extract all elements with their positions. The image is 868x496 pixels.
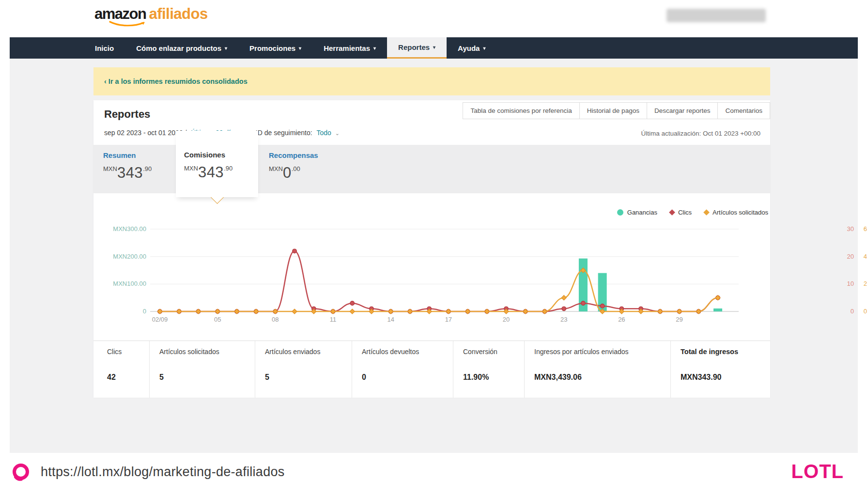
stat-value: MXN3,439.06 xyxy=(534,373,666,382)
nav-item-label: Promociones xyxy=(249,44,295,52)
last-update-text: Última actualización: Oct 01 2023 +00:00 xyxy=(641,130,760,137)
comisiones-amount: MXN343.90 xyxy=(184,164,232,181)
page: amazon afiliados InicioCómo enlazar prod… xyxy=(0,0,868,496)
stat-value: 11.90% xyxy=(463,373,519,382)
stat-label: Conversión xyxy=(463,348,519,356)
nav-item-inicio[interactable]: Inicio xyxy=(84,37,125,59)
recompensas-amount: MXN0.00 xyxy=(269,164,318,182)
action-descargar-reportes[interactable]: Descargar reportes xyxy=(647,102,718,119)
summary-strip: Resumen MXN343.90 Comisiones MXN343.90 R… xyxy=(93,145,770,193)
stat-col-ingresos-por-art-culos-enviados: Ingresos por artículos enviadosMXN3,439.… xyxy=(525,341,671,398)
stat-label: Artículos devueltos xyxy=(362,348,448,356)
logo-amazon-text: amazon xyxy=(94,6,146,22)
stat-col-clics: Clics42 xyxy=(93,341,150,398)
action-historial-de-pagos[interactable]: Historial de pagos xyxy=(579,102,647,119)
legend-art-culos-solicitados[interactable]: Artículos solicitados xyxy=(704,209,768,216)
page-url[interactable]: https://lotl.mx/blog/marketing-de-afilia… xyxy=(41,465,285,480)
svg-text:4: 4 xyxy=(864,253,867,260)
tracking-id-dropdown[interactable]: Todo xyxy=(316,129,331,137)
date-range-text: sep 02 2023 - oct 01 2023 / xyxy=(104,129,186,137)
nav-item-reportes[interactable]: Reportes▾ xyxy=(387,37,447,59)
stats-table: Clics42Artículos solicitados5Artículos e… xyxy=(93,341,770,398)
resumen-label[interactable]: Resumen xyxy=(103,151,152,159)
recompensas-label[interactable]: Recompensas xyxy=(269,151,318,159)
report-card: Reportes Tabla de comisiones por referen… xyxy=(93,100,770,397)
url-footer: https://lotl.mx/blog/marketing-de-afilia… xyxy=(0,453,868,496)
resumen-amount: MXN343.90 xyxy=(103,164,152,182)
chevron-down-icon: ▾ xyxy=(433,45,435,50)
legend-label: Ganancias xyxy=(627,209,657,216)
chevron-down-icon: ▾ xyxy=(299,46,301,51)
stat-value: 5 xyxy=(159,373,250,382)
currency-prefix: MXN xyxy=(103,165,117,172)
legend-circle-icon xyxy=(617,209,623,216)
legend-diamond-icon xyxy=(669,209,675,216)
stat-label: Artículos enviados xyxy=(265,348,347,356)
report-actions: Tabla de comisiones por referenciaHistor… xyxy=(463,102,770,119)
stat-label: Ingresos por artículos enviados xyxy=(534,348,666,356)
amazon-smile-icon xyxy=(109,20,148,27)
amount-decimals: .00 xyxy=(292,165,300,172)
nav-item-label: Cómo enlazar productos xyxy=(136,44,221,52)
tracking-id-label: ID de seguimiento: xyxy=(256,129,312,137)
legend-label: Artículos solicitados xyxy=(713,209,768,216)
back-to-consolidated-link[interactable]: ‹ Ir a los informes resumidos consolidad… xyxy=(104,78,248,85)
consolidated-reports-banner: ‹ Ir a los informes resumidos consolidad… xyxy=(93,67,770,95)
tab-recompensas[interactable]: Recompensas MXN0.00 xyxy=(269,151,318,182)
legend-label: Clics xyxy=(678,209,692,216)
amount-decimals: .90 xyxy=(143,165,152,172)
stat-col-conversi-n: Conversión11.90% xyxy=(453,341,525,398)
svg-text:2: 2 xyxy=(864,280,867,287)
lotl-circle-icon xyxy=(11,462,31,482)
stat-value: MXN343.90 xyxy=(681,373,764,382)
amount-integer: 343 xyxy=(198,164,224,181)
nav-item-label: Ayuda xyxy=(458,44,480,52)
legend-clics[interactable]: Clics xyxy=(670,209,692,216)
svg-text:6: 6 xyxy=(864,225,867,232)
amazon-afiliados-logo[interactable]: amazon afiliados xyxy=(94,6,208,28)
chevron-down-icon[interactable]: ⌄ xyxy=(335,130,340,136)
tab-resumen[interactable]: Resumen MXN343.90 xyxy=(103,151,152,182)
logo-afiliados-text: afiliados xyxy=(149,6,207,22)
currency-prefix: MXN xyxy=(269,165,283,172)
stat-label: Total de ingresos xyxy=(681,348,764,356)
chevron-down-icon: ▾ xyxy=(225,46,227,51)
nav-item-label: Herramientas xyxy=(324,44,370,52)
stat-label: Artículos solicitados xyxy=(159,348,250,356)
top-bar: amazon afiliados xyxy=(0,0,868,37)
amount-decimals: .90 xyxy=(224,165,232,172)
stat-col-art-culos-enviados: Artículos enviados5 xyxy=(255,341,352,398)
redacted-account-info xyxy=(666,9,766,22)
comisiones-label[interactable]: Comisiones xyxy=(184,151,232,159)
nav-item-label: Inicio xyxy=(95,44,114,52)
stat-label: Clics xyxy=(107,348,144,356)
amount-integer: 0 xyxy=(283,164,292,181)
stat-value: 5 xyxy=(265,373,347,382)
tab-comisiones-selected[interactable]: Comisiones MXN343.90 xyxy=(176,131,258,197)
legend-ganancias[interactable]: Ganancias xyxy=(617,209,657,216)
chevron-down-icon: ▾ xyxy=(373,46,376,51)
nav-item-c-mo-enlazar-productos[interactable]: Cómo enlazar productos▾ xyxy=(125,37,238,59)
stat-col-total-de-ingresos: Total de ingresosMXN343.90 xyxy=(671,341,769,398)
page-title: Reportes xyxy=(104,108,150,121)
lotl-wordmark: LOTL xyxy=(791,461,844,482)
svg-text:0: 0 xyxy=(864,308,867,315)
nav-item-promociones[interactable]: Promociones▾ xyxy=(238,37,312,59)
chevron-down-icon: ▾ xyxy=(483,46,485,51)
chart-legend: GananciasClicsArtículos solicitados xyxy=(617,209,768,216)
stat-col-art-culos-devueltos: Artículos devueltos0 xyxy=(352,341,453,398)
stat-value: 0 xyxy=(362,373,448,382)
amount-integer: 343 xyxy=(117,164,143,181)
stat-value: 42 xyxy=(107,373,144,382)
action-comentarios[interactable]: Comentarios xyxy=(717,102,770,119)
nav-item-ayuda[interactable]: Ayuda▾ xyxy=(447,37,496,59)
selected-tab-pointer xyxy=(211,191,224,204)
stat-col-art-culos-solicitados: Artículos solicitados5 xyxy=(150,341,255,398)
main-nav: InicioCómo enlazar productos▾Promociones… xyxy=(10,37,858,59)
legend-diamond-icon xyxy=(703,209,710,216)
nav-item-herramientas[interactable]: Herramientas▾ xyxy=(312,37,387,59)
currency-prefix: MXN xyxy=(184,165,198,172)
action-tabla-de-comisiones-por-referencia[interactable]: Tabla de comisiones por referencia xyxy=(463,102,579,119)
nav-spacer xyxy=(10,37,84,59)
nav-item-label: Reportes xyxy=(398,43,430,51)
